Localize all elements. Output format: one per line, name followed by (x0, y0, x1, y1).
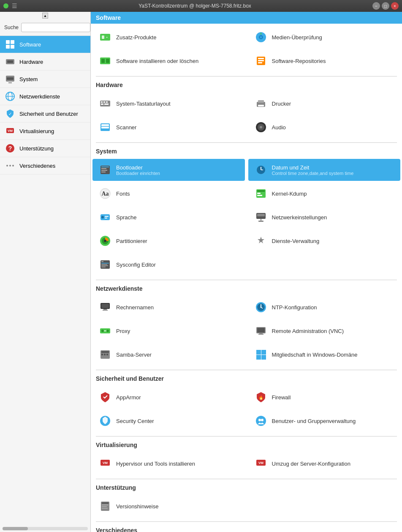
proxy-icon (98, 324, 112, 338)
item-audio[interactable]: Audio (248, 116, 401, 138)
svg-rect-28 (106, 59, 109, 63)
svg-rect-41 (258, 105, 264, 106)
security-center-text: Security Center (116, 418, 154, 424)
sidebar-item-sicherheit[interactable]: ✓ Sicherheit und Benutzer (0, 105, 90, 123)
item-firewall[interactable]: 🔥 Firewall (248, 386, 401, 408)
item-security-center[interactable]: Security Center (92, 410, 245, 432)
datum-text: Datum und Zeit Control time zone,date,an… (272, 164, 354, 176)
sidebar-item-system[interactable]: System (0, 71, 90, 88)
item-software-installieren[interactable]: Software installieren oder löschen (92, 50, 245, 72)
security-center-icon (98, 414, 112, 428)
section-title-netzwerkdienste: Netzwerkdienste (91, 282, 402, 294)
svg-rect-66 (105, 218, 107, 218)
verschiedenes-icon (5, 161, 15, 171)
virtualisierung-icon: VM (5, 126, 15, 136)
sidebar-item-hardware[interactable]: Hardware (0, 53, 90, 71)
svg-rect-2 (6, 45, 10, 49)
svg-rect-81 (101, 304, 109, 308)
item-software-repositories[interactable]: Software-Repositories (248, 50, 401, 72)
minimize-button[interactable]: − (372, 2, 380, 10)
software-items-grid: + Zusatz-Produkte Medien-Überprüfung (91, 24, 402, 74)
netzwerkeinst-text: Netzwerkeinstellungen (272, 214, 327, 221)
divider-hardware (96, 76, 397, 76)
item-sprache[interactable]: Sprache (92, 206, 245, 228)
item-proxy[interactable]: Proxy (92, 320, 245, 342)
versionshinweise-text: Versionshinweise (116, 503, 158, 510)
item-netzwerkeinstellungen[interactable]: Netzwerkeinstellungen (248, 206, 401, 228)
svg-point-88 (260, 307, 261, 308)
svg-point-110 (261, 419, 263, 421)
svg-rect-30 (258, 58, 264, 59)
app-menu-icon[interactable]: ☰ (12, 3, 17, 9)
scroll-top-indicator[interactable]: ▲ (42, 13, 48, 19)
item-kernel-kdump[interactable]: Kernel-Kdump (248, 183, 401, 205)
samba-icon (98, 348, 112, 361)
unterstuetzung-items-grid: Versionshinweise (91, 493, 402, 520)
svg-rect-100 (104, 354, 106, 355)
bootloader-icon (98, 163, 112, 177)
item-hypervisor[interactable]: VM Hypervisor und Tools installieren (92, 453, 245, 475)
item-fonts[interactable]: Aa Fonts (92, 183, 245, 205)
item-samba[interactable]: Samba-Server (92, 344, 245, 366)
svg-rect-98 (101, 351, 109, 353)
item-drucker[interactable]: Drucker (248, 93, 401, 115)
item-scanner[interactable]: Scanner (92, 116, 245, 138)
svg-rect-7 (8, 82, 12, 83)
item-versionshinweise[interactable]: Versionshinweise (92, 495, 245, 517)
proxy-text: Proxy (116, 328, 130, 334)
fonts-text: Fonts (116, 191, 130, 197)
firewall-text: Firewall (272, 394, 291, 401)
partitionierer-icon (98, 234, 112, 248)
sidebar-item-label-hardware: Hardware (19, 59, 43, 65)
scrollbar-thumb[interactable] (3, 527, 28, 530)
maximize-button[interactable]: □ (382, 2, 389, 10)
item-medien-ueberpruefung[interactable]: Medien-Überprüfung (248, 26, 401, 48)
close-button[interactable]: × (391, 2, 399, 10)
hypervisor-icon: VM (98, 457, 112, 470)
item-apparmor[interactable]: AppArmor (92, 386, 245, 408)
item-datum-zeit[interactable]: Datum und Zeit Control time zone,date,an… (248, 159, 401, 181)
item-ntp[interactable]: NTP-Konfiguration (248, 296, 401, 318)
svg-point-47 (260, 126, 262, 128)
hardware-items-grid: System-Tastaturlayout Drucker Scanner (91, 90, 402, 141)
software-install-icon (98, 54, 112, 68)
svg-rect-76 (101, 263, 109, 264)
repositories-text: Software-Repositories (272, 58, 326, 64)
item-partitionierer[interactable]: Partitionierer (92, 230, 245, 252)
svg-text:✓: ✓ (8, 112, 12, 116)
item-windows-domain[interactable]: Mitgliedschaft in Windows-Domäne (248, 344, 401, 366)
sidebar-item-software[interactable]: Software (0, 36, 90, 53)
item-rechnernamen[interactable]: Rechnernamen (92, 296, 245, 318)
sidebar-item-virtualisierung[interactable]: VM Virtualisierung (0, 123, 90, 140)
item-sysconfig[interactable]: Sysconfig Editor (92, 254, 245, 276)
zusatz-produkte-icon: + (98, 30, 112, 44)
main-layout: ▲ Suche Software Hardware System (0, 12, 402, 532)
audio-icon (254, 120, 268, 134)
section-header-software: Software (91, 12, 402, 24)
svg-rect-37 (101, 104, 103, 105)
sidebar-item-verschiedenes[interactable]: Verschiedenes (0, 157, 90, 175)
item-dienste-verwaltung[interactable]: Dienste-Verwaltung (248, 230, 401, 252)
section-title-virtualisierung: Virtualisierung (91, 438, 402, 450)
item-zusatz-produkte[interactable]: + Zusatz-Produkte (92, 26, 245, 48)
item-bootloader[interactable]: Bootloader Bootloader einrichten (92, 159, 245, 181)
tastaturlayout-text: System-Tastaturlayout (116, 101, 171, 107)
svg-rect-3 (11, 45, 14, 49)
section-title-sicherheit: Sicherheit und Benutzer (91, 372, 402, 384)
item-remote-admin[interactable]: Remote Administration (VNC) (248, 320, 401, 342)
item-benutzer[interactable]: Benutzer- und Gruppenverwaltung (248, 410, 401, 432)
svg-rect-118 (102, 506, 107, 507)
sidebar-item-unterstuetzung[interactable]: ? Unterstützung (0, 140, 90, 157)
svg-rect-8 (7, 77, 14, 80)
svg-rect-60 (257, 190, 265, 192)
svg-rect-116 (102, 502, 109, 504)
item-tastaturlayout[interactable]: System-Tastaturlayout (92, 93, 245, 115)
svg-rect-32 (258, 62, 262, 63)
svg-rect-68 (257, 214, 265, 216)
item-umzug-server[interactable]: VM Umzug der Server-Konfiguration (248, 453, 401, 475)
search-input[interactable] (21, 23, 90, 32)
vnc-text: Remote Administration (VNC) (272, 328, 344, 334)
svg-rect-103 (261, 350, 266, 355)
sysconfig-icon (98, 258, 112, 271)
sidebar-item-netzwerkdienste[interactable]: Netzwerkdienste (0, 88, 90, 105)
